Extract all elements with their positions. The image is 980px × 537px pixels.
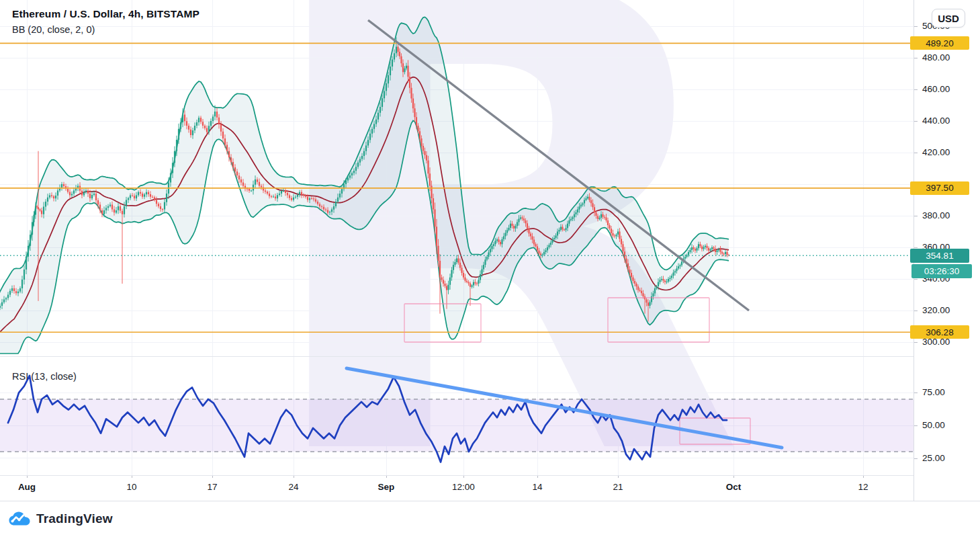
pane-divider[interactable]	[0, 356, 980, 357]
price-level-label[interactable]: 397.50	[910, 181, 969, 195]
chart-canvas[interactable]	[0, 0, 914, 501]
price-axis-tickmark	[914, 311, 918, 311]
price-axis-tick: 460.00	[922, 83, 950, 95]
symbol-title[interactable]: Ethereum / U.S. Dollar, 4h, BITSTAMP	[12, 8, 199, 20]
time-axis-divider	[0, 475, 980, 476]
time-axis-tick: 12	[843, 482, 883, 492]
rsi-axis-tick: 50.00	[922, 419, 945, 431]
price-axis-tick: 420.00	[922, 147, 950, 159]
price-axis-tickmark	[914, 26, 918, 27]
price-axis[interactable]: USD 354.81 03:26:30 500.00480.00460.0044…	[914, 0, 980, 501]
rsi-axis-tickmark	[914, 425, 918, 426]
price-axis-tick: 480.00	[922, 52, 950, 64]
price-axis-tick: 320.00	[922, 304, 950, 317]
rsi-axis-tick: 25.00	[922, 452, 945, 464]
tradingview-chart-window: R Ethereum / U.S. Dollar, 4h, BITSTAMP B…	[0, 0, 980, 537]
time-axis-tick: Sep	[366, 482, 406, 492]
logo-text: TradingView	[36, 511, 113, 526]
rsi-axis-tick: 75.00	[922, 386, 945, 399]
rsi-axis-tickmark	[914, 393, 918, 393]
cloud-logo-icon	[8, 511, 31, 527]
price-level-label[interactable]: 489.20	[910, 36, 969, 50]
chart-legend: Ethereum / U.S. Dollar, 4h, BITSTAMP BB …	[12, 8, 199, 35]
price-axis-tickmark	[914, 342, 918, 343]
bb-fill	[0, 17, 729, 354]
rsi-axis-tickmark	[914, 458, 918, 459]
price-axis-tickmark	[914, 121, 918, 122]
bb-indicator-label[interactable]: BB (20, close, 2, 0)	[12, 24, 199, 35]
time-axis-tick: 14	[517, 482, 558, 492]
time-axis[interactable]: Aug101724Sep12:001421Oct12	[0, 475, 914, 501]
annotation-box[interactable]	[404, 304, 481, 342]
price-axis-tickmark	[914, 216, 918, 216]
time-axis-tick: Oct	[713, 482, 754, 492]
tradingview-logo[interactable]: TradingView	[8, 511, 113, 527]
countdown-label: 03:26:30	[911, 264, 972, 278]
rsi-band	[0, 399, 914, 452]
rsi-indicator-label[interactable]: RSI (13, close)	[12, 371, 77, 382]
price-axis-tickmark	[914, 279, 918, 280]
price-level-label[interactable]: 306.28	[910, 325, 969, 339]
time-axis-tick: 24	[273, 482, 314, 492]
price-axis-tickmark	[914, 153, 918, 153]
time-axis-tick: 10	[112, 482, 152, 492]
price-axis-tickmark	[914, 247, 918, 248]
price-axis-tickmark	[914, 58, 918, 58]
footer-bar: TradingView	[0, 501, 980, 537]
chart-plot-area[interactable]: Ethereum / U.S. Dollar, 4h, BITSTAMP BB …	[0, 0, 914, 501]
price-axis-tick: 440.00	[922, 115, 950, 127]
price-axis-tickmark	[914, 89, 918, 90]
time-axis-tick: 12:00	[443, 482, 484, 492]
last-price-label: 354.81	[910, 249, 969, 263]
price-axis-tick: 380.00	[922, 210, 950, 222]
time-axis-tick: Aug	[7, 482, 47, 492]
currency-toggle-button[interactable]: USD	[932, 9, 965, 28]
time-axis-tick: 17	[192, 482, 232, 492]
time-axis-tick: 21	[598, 482, 638, 492]
